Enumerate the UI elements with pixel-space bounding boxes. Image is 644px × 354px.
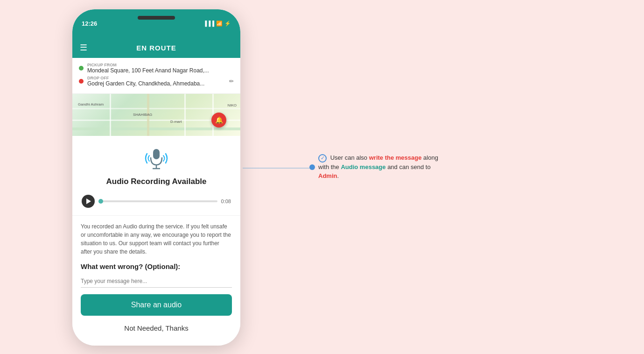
progress-dot xyxy=(98,199,103,204)
status-bar: 12:26 ▐▐▐ 📶 ⚡ xyxy=(72,9,240,37)
app-header: ☰ EN ROUTE xyxy=(72,37,240,58)
app-title: EN ROUTE xyxy=(136,44,176,52)
content-area: Audio Recording Available 0:08 You recor… xyxy=(72,136,240,345)
time-display: 12:26 xyxy=(82,20,97,27)
mic-icon-wrapper xyxy=(142,144,170,172)
mic-icon xyxy=(142,144,170,172)
route-card: PICKUP FROM Mondeal Square, 100 Feet Ana… xyxy=(72,58,240,94)
map-label-1: Gandhi Ashram xyxy=(78,102,104,106)
audio-recording-section: Audio Recording Available 0:08 xyxy=(72,136,240,216)
pickup-row: PICKUP FROM Mondeal Square, 100 Feet Ana… xyxy=(79,63,234,74)
svg-rect-0 xyxy=(153,149,160,159)
pickup-info: PICKUP FROM Mondeal Square, 100 Feet Ana… xyxy=(87,63,209,74)
bell-icon: 🔔 xyxy=(215,116,223,124)
wifi-icon: 📶 xyxy=(216,21,223,27)
annotation-text: ✓ User can also write the message along … xyxy=(318,153,449,181)
annotation-prefix: User can also xyxy=(330,154,369,161)
battery-icon: ⚡ xyxy=(224,21,231,27)
phone-mockup: 12:26 ▐▐▐ 📶 ⚡ ☰ EN ROUTE PICKUP FROM Mon… xyxy=(72,9,240,346)
highlight-admin: Admin xyxy=(318,172,337,179)
not-needed-button[interactable]: Not Needed, Thanks xyxy=(81,320,232,339)
edit-icon[interactable]: ✏ xyxy=(229,78,234,85)
status-icons: ▐▐▐ 📶 ⚡ xyxy=(203,21,231,27)
dropoff-dot xyxy=(79,79,84,84)
dropoff-info: DROP OFF Godrej Garden City, Chandkheda,… xyxy=(87,76,204,87)
map-label-3: D-mart xyxy=(170,120,182,124)
message-input[interactable] xyxy=(81,275,232,288)
highlight-write: write the message xyxy=(369,154,422,161)
audio-player[interactable]: 0:08 xyxy=(82,192,231,211)
pickup-dot xyxy=(79,66,84,71)
map-label-4: NIKO xyxy=(227,103,237,107)
pickup-address: Mondeal Square, 100 Feet Anand Nagar Roa… xyxy=(87,67,209,74)
dropoff-address: Godrej Garden City, Chandkheda, Ahmedaba… xyxy=(87,80,204,87)
map-pin: 🔔 xyxy=(211,113,226,127)
signal-icon: ▐▐▐ xyxy=(203,21,214,26)
map-view: Gandhi Ashram SHAHIBAG D-mart NIKO 🔔 xyxy=(72,94,240,136)
play-triangle-icon xyxy=(86,198,91,204)
dropoff-label: DROP OFF xyxy=(87,76,204,80)
annotation-after: and can send to xyxy=(386,163,431,170)
audio-recording-title: Audio Recording Available xyxy=(106,177,206,186)
play-button[interactable] xyxy=(82,195,95,208)
pickup-label: PICKUP FROM xyxy=(87,63,209,67)
body-description: You recorded an Audio during the service… xyxy=(81,222,232,256)
check-icon: ✓ xyxy=(318,154,327,163)
audio-progress-bar[interactable] xyxy=(98,200,217,202)
what-wrong-title: What went wrong? (Optional): xyxy=(81,262,232,270)
notch xyxy=(138,16,175,20)
map-label-2: SHAHIBAG xyxy=(133,113,152,117)
hamburger-icon[interactable]: ☰ xyxy=(80,42,87,53)
annotation-text-box: ✓ User can also write the message along … xyxy=(318,153,449,181)
body-section: You recorded an Audio during the service… xyxy=(72,216,240,345)
audio-time: 0:08 xyxy=(221,198,231,204)
annotation-end: . xyxy=(337,172,339,179)
highlight-audio: Audio message xyxy=(341,163,385,170)
annotation-dot xyxy=(309,164,315,170)
annotation-line-svg xyxy=(243,159,317,177)
dropoff-row: DROP OFF Godrej Garden City, Chandkheda,… xyxy=(79,76,234,87)
share-audio-button[interactable]: Share an audio xyxy=(81,294,232,316)
home-indicator xyxy=(72,345,240,346)
